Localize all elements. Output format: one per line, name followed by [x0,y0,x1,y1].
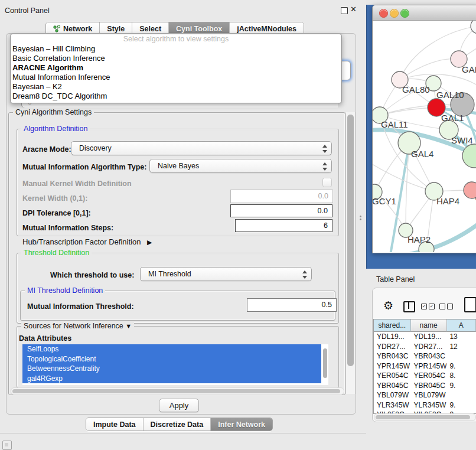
network-node-y[interactable] [464,182,476,198]
table-cell: 9. [446,400,476,410]
desktop-top-strip [366,0,476,5]
mi-type-label: Mutual Information Algorithm Type: [22,163,146,171]
table-cell: 8. [446,371,476,381]
algorithm-option-bayesian-k2[interactable]: Bayesian – K2 [11,82,341,92]
minimize-traffic-light-icon[interactable] [390,9,399,18]
hub-definition-toggle[interactable]: Hub/Transcription Factor Definition ▶ [22,237,152,246]
network-canvas[interactable]: GALGAL80GAL10GAL1GAL11SWI4GAL4GCY1HAP4YH… [373,21,476,252]
column-header-name[interactable]: name [411,319,447,332]
disclosure-down-icon[interactable]: ▼ [125,322,132,330]
node-label-gal10: GAL10 [436,90,464,100]
table-row[interactable]: YBL079WYBL079W [374,390,476,400]
close-traffic-light-icon[interactable] [379,9,388,18]
table-row[interactable]: YDL19...YDL19...13 [374,332,476,342]
table-cell: 12 [446,342,476,352]
checked-checkbox-icon[interactable]: ✓ [421,304,427,309]
table-row[interactable]: YDR27...YDR27...12 [374,342,476,352]
document-icon[interactable] [464,297,476,312]
table-cell: 9. [446,381,476,391]
apply-button[interactable]: Apply [159,399,199,412]
close-icon[interactable]: ✕ [350,5,357,14]
table-row[interactable]: YBR043CYBR043C [374,351,476,361]
checked-checkbox-icon[interactable]: ✓ [429,304,435,309]
sources-title-text: Sources for Network Inference [24,322,123,330]
column-layout-icon[interactable] [403,301,415,312]
algorithm-option-aracne-algorithm[interactable]: ARACNE Algorithm [11,63,341,73]
attribute-item-gal4rgexp[interactable]: gal4RGexp [22,374,321,384]
mi-type-combo[interactable]: Naive Bayes [149,159,332,173]
algorithm-option-bayesian-hill-climbing[interactable]: Bayesian – Hill Climbing [11,44,341,54]
kernel-width-label: Kernel Width (0,1): [22,194,87,203]
algorithm-option-basic-correlation-inference[interactable]: Basic Correlation Inference [11,54,341,63]
table-cell: YBR045C [374,381,411,391]
attributes-list-scrollbar-thumb[interactable] [323,348,327,378]
bottom-tab-label: Infer Network [218,420,265,429]
unchecked-checkbox-icon[interactable] [447,304,453,309]
aracne-mode-combo[interactable]: Discovery [71,141,332,155]
table-horizontal-scrollbar[interactable] [374,413,476,421]
dpi-tolerance-field[interactable]: 0.0 [230,204,332,217]
bottom-tab-label: Discretize Data [151,420,204,429]
table-row[interactable]: YER054CYER054C8. [374,371,476,381]
table-horizontal-scrollbar-thumb[interactable] [376,415,470,419]
node-table[interactable]: shared...nameA YDL19...YDL19...13YDR27..… [373,319,476,414]
bottom-tab-impute-data[interactable]: Impute Data [86,418,143,431]
table-cell: YDR27... [411,342,447,352]
kernel-width-field[interactable]: 0.0 [230,190,333,203]
algorithm-definition-title: Algorithm Definition [21,125,90,133]
panel-divider-grip[interactable] [359,216,362,221]
column-header-a[interactable]: A [447,319,476,332]
table-cell: YER054C [411,371,447,381]
attribute-item-selfloops[interactable]: SelfLoops [22,344,321,354]
table-cell: YBL079W [411,390,447,400]
gear-icon[interactable]: ⚙ [383,299,393,312]
algorithm-option-dream8-dc-tdc-algorithm[interactable]: Dream8 DC_TDC Algorithm [11,92,341,101]
which-threshold-label: Which threshold to use: [50,271,134,279]
mi-steps-field[interactable]: 6 [235,219,332,232]
zoom-traffic-light-icon[interactable] [400,9,409,18]
attribute-item-betweennesscentrality[interactable]: BetweennessCentrality [22,364,321,374]
table-cell: YBR043C [411,351,447,361]
attribute-item-topologicalcoefficient[interactable]: TopologicalCoefficient [22,354,321,364]
table-cell [446,351,476,361]
bottom-tab-label: Impute Data [93,420,136,429]
tab-label: Cyni Toolbox [176,25,222,33]
node-label-hap2: HAP2 [407,234,431,244]
which-threshold-combo[interactable]: MI Threshold [140,267,312,281]
float-window-icon[interactable] [341,7,348,14]
mi-type-value: Naive Bayes [158,162,199,170]
stepper-icon [322,145,327,153]
data-attributes-list[interactable]: SelfLoopsTopologicalCoefficientBetweenne… [22,344,328,385]
table-row[interactable]: YBR045CYBR045C9. [374,381,476,391]
settings-vertical-scrollbar[interactable] [345,112,356,394]
hub-definition-label: Hub/Transcription Factor Definition [22,237,141,246]
settings-horizontal-scrollbar[interactable] [11,387,344,395]
settings-horizontal-scrollbar-thumb[interactable] [12,389,340,393]
bottom-tab-discretize-data[interactable]: Discretize Data [143,418,211,431]
sources-group-title[interactable]: Sources for Network Inference ▼ [21,322,134,330]
table-cell: YBR045C [411,381,447,391]
network-window-titlebar[interactable] [373,5,476,21]
stepper-icon [302,270,307,279]
threshold-definition-title: Threshold Definition [21,249,92,257]
algorithm-popup-items: Bayesian – Hill ClimbingBasic Correlatio… [11,44,341,101]
table-panel-title: Table Panel [376,275,415,283]
table-row[interactable]: YLR345WYLR345W9. [374,400,476,410]
algorithm-popup-prompt: Select algorithm to view settings [11,34,341,44]
which-threshold-value: MI Threshold [148,270,191,278]
tab-label: jActiveMNodules [237,25,296,33]
column-header-shared[interactable]: shared... [374,319,411,332]
settings-vertical-scrollbar-thumb[interactable] [347,115,354,366]
bottom-tab-infer-network[interactable]: Infer Network [210,418,272,431]
table-row[interactable]: YPR145WYPR145W9. [374,361,476,371]
tab-label: Style [107,25,125,33]
manual-kernel-checkbox[interactable] [322,178,332,187]
minimized-panel-icon[interactable] [2,441,12,450]
mi-threshold-field[interactable]: 0.5 [247,298,337,312]
disclosure-right-icon[interactable]: ▶ [147,239,152,246]
table-cell: 13 [446,332,476,342]
algorithm-option-mutual-information-inference[interactable]: Mutual Information Inference [11,73,341,82]
table-cell: YBR043C [374,351,411,361]
unchecked-checkbox-icon[interactable] [439,304,445,309]
table-cell: YLR345W [411,400,447,410]
